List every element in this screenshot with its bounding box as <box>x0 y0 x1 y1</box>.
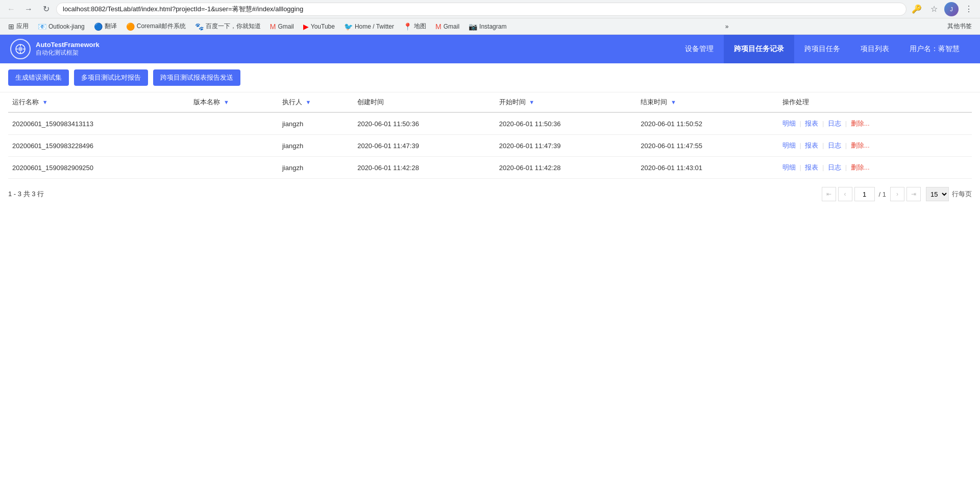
sep2-0: | <box>822 120 824 127</box>
more-label: » <box>725 23 729 30</box>
reload-button[interactable]: ↻ <box>39 2 53 16</box>
key-icon[interactable]: 🔑 <box>910 2 924 16</box>
table-row: 20200601_1590982909250 jiangzh 2020-06-0… <box>8 157 972 179</box>
logo-icon <box>10 39 31 59</box>
bookmark-coremail[interactable]: 🟠 Coremail邮件系统 <box>122 20 190 32</box>
action-report-1[interactable]: 报表 <box>805 141 818 149</box>
first-page-button[interactable]: ⇤ <box>822 187 836 201</box>
logo-text-sub: 自动化测试框架 <box>36 49 100 57</box>
nav-project-list[interactable]: 项目列表 <box>850 35 899 63</box>
bookmark-apps[interactable]: ⊞ 应用 <box>4 20 33 32</box>
bookmark-baidu[interactable]: 🐾 百度一下，你就知道 <box>191 20 265 32</box>
svg-point-1 <box>18 47 22 51</box>
gmail2-icon: M <box>435 22 442 31</box>
app-header: AutoTestFramework 自动化测试框架 设备管理 跨项目任务记录 跨… <box>0 35 980 63</box>
action-log-2[interactable]: 日志 <box>828 163 841 171</box>
action-detail-2[interactable]: 明细 <box>782 163 796 171</box>
last-page-button[interactable]: ⇥ <box>906 187 921 201</box>
table-body: 20200601_1590983413113 jiangzh 2020-06-0… <box>8 112 972 179</box>
action-log-0[interactable]: 日志 <box>828 120 841 127</box>
executor-filter-icon[interactable]: ▼ <box>306 99 311 105</box>
cell-end-time: 2020-06-01 11:50:52 <box>636 112 778 135</box>
bookmark-twitter-label: Home / Twitter <box>355 23 394 30</box>
col-start-time: 开始时间 ▼ <box>495 92 637 112</box>
bookmark-youtube-label: YouTube <box>311 23 335 30</box>
action-report-2[interactable]: 报表 <box>805 163 818 171</box>
bookmark-gmail2[interactable]: M Gmail <box>431 21 463 32</box>
cell-create-time: 2020-06-01 11:47:39 <box>353 135 495 157</box>
bookmark-outlook[interactable]: 📧 Outlook-jiang <box>34 21 89 32</box>
profile-avatar[interactable]: J <box>944 2 959 16</box>
youtube-icon: ▶ <box>303 22 309 31</box>
version-filter-icon[interactable]: ▼ <box>224 99 229 105</box>
other-bookmarks[interactable]: 其他书签 <box>943 20 976 32</box>
action-delete-0[interactable]: 删除... <box>851 120 870 127</box>
toolbar: 生成错误测试集 多项目测试比对报告 跨项目测试报表报告发送 <box>0 63 980 92</box>
sep3-2: | <box>845 163 847 171</box>
nav-device-management[interactable]: 设备管理 <box>675 35 724 63</box>
prev-page-button[interactable]: ‹ <box>838 187 852 201</box>
cell-version-name <box>189 112 278 135</box>
browser-bar: ← → ↻ 🔑 ☆ J ⋮ <box>0 0 980 18</box>
cell-run-name: 20200601_1590983413113 <box>8 112 189 135</box>
app-logo: AutoTestFramework 自动化测试框架 <box>10 39 100 59</box>
bookmark-translate[interactable]: 🔵 翻译 <box>90 20 121 32</box>
action-log-1[interactable]: 日志 <box>828 141 841 149</box>
cell-actions: 明细 | 报表 | 日志 | 删除... <box>778 157 972 179</box>
sep1-2: | <box>799 163 801 171</box>
bookmarks-more-button[interactable]: » <box>721 21 733 32</box>
next-page-button[interactable]: › <box>890 187 904 201</box>
nav-cross-project-task[interactable]: 跨项目任务 <box>794 35 850 63</box>
action-delete-2[interactable]: 删除... <box>851 163 870 171</box>
table-row: 20200601_1590983228496 jiangzh 2020-06-0… <box>8 135 972 157</box>
end-time-filter-icon[interactable]: ▼ <box>671 99 676 105</box>
cell-run-name: 20200601_1590983228496 <box>8 135 189 157</box>
forward-button[interactable]: → <box>21 2 36 16</box>
bookmark-instagram[interactable]: 📷 Instagram <box>464 21 510 32</box>
action-detail-1[interactable]: 明细 <box>782 141 796 149</box>
bookmark-gmail1[interactable]: M Gmail <box>266 21 298 32</box>
bookmark-coremail-label: Coremail邮件系统 <box>137 22 186 31</box>
menu-icon[interactable]: ⋮ <box>962 2 976 16</box>
back-button[interactable]: ← <box>4 2 18 16</box>
cross-project-report-send-button[interactable]: 跨项目测试报表报告发送 <box>153 69 240 86</box>
bookmark-apps-label: 应用 <box>16 22 29 31</box>
sep3-1: | <box>845 141 847 149</box>
col-version-name: 版本名称 ▼ <box>189 92 278 112</box>
multi-project-comparison-button[interactable]: 多项目测试比对报告 <box>74 69 148 86</box>
cell-version-name <box>189 135 278 157</box>
data-table: 运行名称 ▼ 版本名称 ▼ 执行人 ▼ 创建时间 开始时间 ▼ <box>8 92 972 179</box>
bookmark-twitter[interactable]: 🐦 Home / Twitter <box>340 21 398 32</box>
cell-start-time: 2020-06-01 11:47:39 <box>495 135 637 157</box>
cell-executor: jiangzh <box>278 157 353 179</box>
nav-cross-project-log[interactable]: 跨项目任务记录 <box>724 35 794 63</box>
gmail1-icon: M <box>270 22 276 31</box>
cell-version-name <box>189 157 278 179</box>
sep3-0: | <box>845 120 847 127</box>
cell-end-time: 2020-06-01 11:47:55 <box>636 135 778 157</box>
pagination-controls: ⇤ ‹ / 1 › ⇥ 15 25 50 行每页 <box>822 187 972 201</box>
per-page-select[interactable]: 15 25 50 <box>926 187 949 201</box>
maps-icon: 📍 <box>403 22 412 31</box>
cell-run-name: 20200601_1590982909250 <box>8 157 189 179</box>
cell-create-time: 2020-06-01 11:42:28 <box>353 157 495 179</box>
cell-start-time: 2020-06-01 11:42:28 <box>495 157 637 179</box>
star-icon[interactable]: ☆ <box>927 2 941 16</box>
action-delete-1[interactable]: 删除... <box>851 141 870 149</box>
start-time-filter-icon[interactable]: ▼ <box>529 99 534 105</box>
bookmark-outlook-label: Outlook-jiang <box>48 23 85 30</box>
apps-icon: ⊞ <box>8 22 14 31</box>
nav-username[interactable]: 用户名：蒋智慧 <box>899 35 970 63</box>
generate-error-test-button[interactable]: 生成错误测试集 <box>8 69 69 86</box>
run-name-filter-icon[interactable]: ▼ <box>42 99 48 105</box>
address-bar[interactable] <box>56 3 906 16</box>
baidu-icon: 🐾 <box>195 22 204 31</box>
col-end-time: 结束时间 ▼ <box>636 92 778 112</box>
bookmark-maps[interactable]: 📍 地图 <box>399 20 430 32</box>
col-actions: 操作处理 <box>778 92 972 112</box>
action-detail-0[interactable]: 明细 <box>782 120 796 127</box>
action-report-0[interactable]: 报表 <box>805 120 818 127</box>
current-page-input[interactable] <box>854 187 875 201</box>
total-pages: / 1 <box>877 191 888 198</box>
bookmark-youtube[interactable]: ▶ YouTube <box>299 21 339 32</box>
